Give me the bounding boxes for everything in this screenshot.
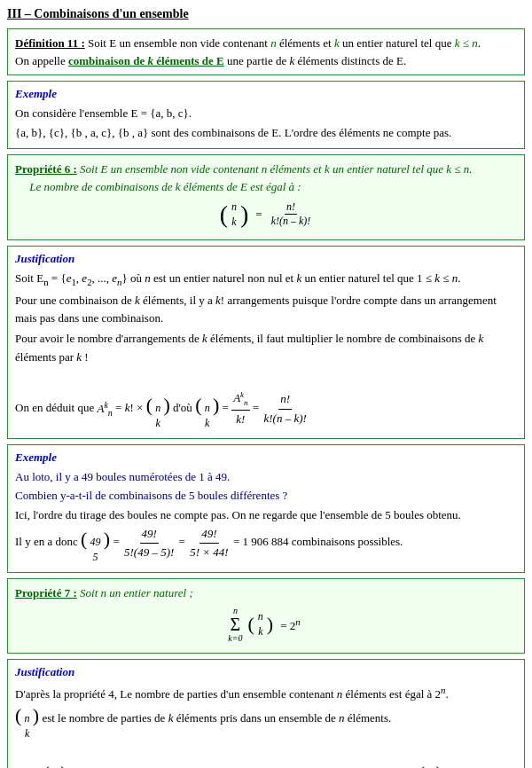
equals-prop7: = 2n: [280, 616, 301, 633]
property-7-label: Propriété 7 :: [15, 586, 77, 600]
binom-just2c-r: ): [435, 762, 442, 768]
sum-sub: k=0: [228, 633, 242, 643]
binom-just2a-r: ): [33, 704, 39, 726]
frac-just1a: Akn k!: [231, 388, 249, 428]
ex1-p2: {a, b}, {c}, {b , a, c}, {b , a} sont de…: [15, 124, 517, 142]
binom-stack-just1b: n k: [205, 401, 210, 431]
prop6-t2: Le nombre de combinaisons de k éléments …: [15, 180, 301, 193]
binom-stack-just1: n k: [155, 401, 160, 431]
definition-11-content: Définition 11 : Soit E un ensemble non v…: [15, 35, 517, 69]
binom-prop7-l: (: [248, 615, 254, 634]
binom-paren-just1b-r: ): [213, 394, 219, 416]
binom-bot-1: k: [231, 215, 236, 230]
example-1-content: On considère l'ensemble E = {a, b, c}. {…: [15, 105, 517, 141]
example-1-section: Exemple On considère l'ensemble E = {a, …: [7, 81, 525, 149]
just2-p3: Donc ( n 0 ) est le nombre de parties de…: [15, 764, 517, 768]
example-2-section: Exemple Au loto, il y a 49 boules numéro…: [7, 444, 525, 573]
example-2-title: Exemple: [15, 451, 517, 465]
ex2-p1: Au loto, il y a 49 boules numérotées de …: [15, 468, 517, 486]
def11-t3: un entier naturel tel que: [340, 36, 455, 50]
just1-p3: Pour avoir le nombre d'arrangements de k…: [15, 330, 517, 367]
binom-just2c-l: (: [419, 762, 425, 768]
def11-highlight: combinaison de k éléments de E: [68, 54, 224, 67]
binom-just2b-l: (: [43, 762, 49, 768]
def11-t5: On appelle: [15, 54, 68, 67]
frac-1-num: n!: [285, 200, 297, 215]
ex2-p2: Combien y-a-t-il de combinaisons de 5 bo…: [15, 487, 517, 505]
binom-top-1: n: [231, 200, 237, 215]
binom-stack-1: n k: [231, 200, 237, 230]
def11-ineq: k ≤ n: [455, 36, 478, 50]
example-1-title: Exemple: [15, 87, 517, 101]
binom-paren-just1b-l: (: [195, 394, 201, 416]
sum-sigma: Σ: [231, 615, 241, 633]
equals-1: =: [255, 208, 262, 222]
def11-t4: .: [478, 36, 481, 50]
page-container: III – Combinaisons d'un ensemble Définit…: [7, 7, 525, 768]
ex2-p4: Il y en a donc ( 49 5 ) = 49! 5!(49 – 5)…: [15, 525, 517, 565]
binom-left-paren-1: (: [220, 202, 228, 227]
just1-p2: Pour une combinaison de k éléments, il y…: [15, 292, 517, 329]
just1-p4: On en déduit que Akn = k! × ( n k ) d'où…: [15, 388, 517, 430]
just1-p1: Soit En = {e1, e2, ..., en} où n est un …: [15, 270, 517, 290]
sum-block: n Σ k=0: [228, 606, 242, 643]
property-6-formula: ( n k ) = n! k!(n – k)!: [15, 200, 517, 230]
def11-t6: une partie de k éléments distincts de E.: [224, 54, 406, 67]
prop7-text: Soit n un entier naturel ;: [80, 586, 193, 600]
example-2-content: Au loto, il y a 49 boules numérotées de …: [15, 468, 517, 565]
property-6-label: Propriété 6 :: [15, 162, 77, 176]
frac-1: n! k!(n – k)!: [270, 200, 313, 228]
ex1-p1: On considère l'ensemble E = {a, b, c}.: [15, 105, 517, 122]
binom-just2a-l: (: [15, 704, 21, 726]
power-n-prop7: n: [295, 616, 300, 627]
justification-2-content: D'après la propriété 4, Le nombre de par…: [15, 683, 517, 768]
property-6-section: Propriété 6 : Soit E un ensemble non vid…: [7, 154, 525, 240]
property-7-formula: n Σ k=0 ( n k ) = 2n: [15, 606, 517, 643]
justification-2-section: Justification D'après la propriété 4, Le…: [7, 659, 525, 768]
frac-just1b: n! k!(n – k)!: [262, 390, 308, 428]
just2-p1: D'après la propriété 4, Le nombre de par…: [15, 683, 517, 704]
page-title: III – Combinaisons d'un ensemble: [7, 7, 525, 21]
frac-ex2a: 49! 5!(49 – 5)!: [122, 525, 176, 560]
definition-11-text-1: Soit E un ensemble non vide contenant: [88, 36, 270, 50]
definition-11-section: Définition 11 : Soit E un ensemble non v…: [7, 28, 525, 75]
frac-1-den: k!(n – k)!: [270, 215, 313, 228]
binom-right-paren-1: ): [240, 202, 248, 227]
def11-t2: éléments et: [277, 36, 334, 50]
definition-11-label: Définition 11 :: [15, 36, 85, 50]
property-7-section: Propriété 7 : Soit n un entier naturel ;…: [7, 578, 525, 654]
binom-paren-just1-l: (: [146, 394, 153, 416]
property-7-content: Propriété 7 : Soit n un entier naturel ;: [15, 584, 517, 602]
just2-p2: ( n k ) est le nombre de parties de k él…: [15, 706, 517, 741]
binom-just2b-r: ): [60, 762, 66, 768]
binom-prop7-r: ): [267, 615, 273, 634]
binom-ex2-l: (: [81, 528, 87, 550]
binom-stack-ex2: 49 5: [90, 535, 101, 565]
prop6-t1: Soit E un ensemble non vide contenant n …: [80, 162, 472, 176]
binom-stack-just2a: n k: [25, 711, 30, 741]
justification-2-title: Justification: [15, 665, 517, 679]
justification-1-section: Justification Soit En = {e1, e2, ..., en…: [7, 246, 525, 439]
property-6-content: Propriété 6 : Soit E un ensemble non vid…: [15, 161, 517, 195]
justification-1-title: Justification: [15, 252, 517, 266]
binom-ex2-r: ): [104, 528, 110, 550]
arr-exp-1: Akn: [97, 398, 112, 420]
justification-1-content: Soit En = {e1, e2, ..., en} où n est un …: [15, 270, 517, 431]
frac-ex2b: 49! 5! × 44!: [188, 525, 230, 560]
ex2-p3: Ici, l'ordre du tirage des boules ne com…: [15, 506, 517, 524]
binom-paren-just1-r: ): [163, 394, 169, 416]
binom-stack-prop7: n k: [258, 609, 263, 639]
